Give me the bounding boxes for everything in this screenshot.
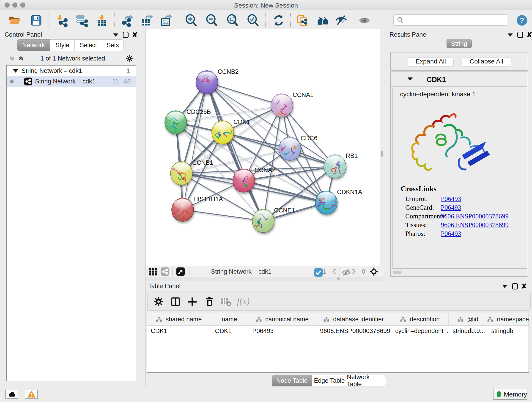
toolbar-separator: [290, 13, 291, 27]
delete-table-button[interactable]: [220, 296, 231, 307]
toolbar-separator: [340, 267, 340, 276]
panel-float-icon[interactable]: [123, 32, 128, 38]
add-column-button[interactable]: [187, 296, 198, 307]
svg-text:CDKN1A: CDKN1A: [337, 189, 362, 196]
svg-text:RB1: RB1: [346, 153, 358, 159]
export-image-button[interactable]: [160, 14, 173, 27]
horizontal-splitter[interactable]: [146, 277, 384, 281]
panel-float-icon[interactable]: [512, 283, 518, 289]
network-status-dot: [10, 80, 14, 83]
control-panel: Control Panel ✘ Network Style Select Set…: [0, 29, 146, 387]
collapse-all-button[interactable]: Collapse All: [462, 57, 511, 67]
zoom-out-button[interactable]: [205, 14, 218, 27]
export-network-button[interactable]: [121, 14, 134, 27]
tab-network[interactable]: Network: [17, 39, 50, 51]
open-in-window-button[interactable]: [176, 267, 185, 276]
cloud-icon: [8, 390, 16, 398]
birdseye-view-button[interactable]: [148, 267, 158, 276]
svg-text:HIST1H1A: HIST1H1A: [193, 196, 223, 203]
clone-network-button[interactable]: [297, 14, 310, 27]
table-settings-button[interactable]: [153, 296, 164, 307]
tab-network-table[interactable]: Network Table: [347, 375, 386, 386]
panel-float-icon[interactable]: [517, 32, 523, 38]
cloud-status-button[interactable]: [5, 390, 18, 399]
crosslink-value[interactable]: 9606.ENSP00000378699: [441, 212, 509, 220]
function-builder-button[interactable]: f(x): [237, 296, 250, 306]
panel-close-icon[interactable]: ✘: [521, 283, 527, 289]
import-network-from-file-button[interactable]: [56, 14, 68, 27]
tree-expander-icon[interactable]: [13, 69, 18, 73]
selected-checkbox[interactable]: [314, 268, 321, 275]
network-canvas[interactable]: CCNB2CCNA1CDC25BCDK1CDC6RB1CCNB1CCNA2CDK…: [146, 29, 380, 266]
network-overview-button[interactable]: [160, 267, 170, 276]
column-header-namespace[interactable]: namespace: [487, 313, 529, 325]
network-row[interactable]: String Network – cdk1 11 48: [7, 76, 136, 87]
gear-icon[interactable]: [126, 55, 133, 62]
trash-icon: [204, 296, 215, 307]
warning-status-button[interactable]: [25, 390, 38, 399]
column-header-shared-name[interactable]: shared name: [147, 313, 211, 325]
tab-edge-table[interactable]: Edge Table: [312, 375, 347, 386]
cell-database-identifier: 9606.ENSP00000378699: [316, 327, 391, 335]
search-input[interactable]: [393, 14, 507, 26]
crosslink-value[interactable]: 9606.ENSP00000378699: [441, 221, 509, 229]
splitter-handle[interactable]: [381, 151, 383, 157]
panel-close-icon[interactable]: ✘: [526, 32, 532, 38]
zoom-out-icon: [205, 14, 218, 27]
tab-sets[interactable]: Sets: [102, 39, 123, 51]
cell-description: cyclin–dependent ...: [391, 327, 449, 335]
refresh-view-button[interactable]: [272, 14, 285, 27]
column-header-database-identifier[interactable]: database identifier: [316, 313, 391, 325]
vertical-splitter[interactable]: [380, 29, 384, 266]
eye-slash-icon: [335, 14, 348, 27]
crosslink-value[interactable]: P06493: [441, 195, 461, 203]
crosslink-value[interactable]: P06493: [441, 204, 461, 211]
zoom-selected-button[interactable]: [247, 14, 259, 27]
tab-style[interactable]: Style: [50, 39, 75, 51]
network-collection-row[interactable]: String Network – cdk1 1: [7, 65, 136, 76]
show-columns-button[interactable]: [170, 296, 181, 307]
crosslink-value[interactable]: P06493: [441, 230, 461, 237]
selection-status: 1 of 1 Network selected: [0, 55, 146, 62]
result-entry-header[interactable]: CDK1: [391, 72, 527, 87]
import-table-from-file-button[interactable]: [95, 14, 108, 27]
window-title: Session: New Session: [0, 2, 532, 9]
open-session-button[interactable]: [8, 14, 21, 27]
show-all-button[interactable]: [358, 14, 371, 27]
tab-select[interactable]: Select: [75, 39, 102, 51]
memory-button[interactable]: Memory: [493, 389, 527, 400]
import-table-icon: [95, 14, 108, 27]
help-button[interactable]: ?: [517, 15, 527, 26]
warning-icon: [27, 390, 36, 398]
expand-all-button[interactable]: Expand All: [408, 57, 454, 67]
node-table: shared name name canonical name database…: [147, 313, 529, 373]
network-graph[interactable]: CCNB2CCNA1CDC25BCDK1CDC6RB1CCNB1CCNA2CDK…: [146, 29, 380, 266]
tab-node-table[interactable]: Node Table: [272, 375, 312, 386]
export-table-button[interactable]: [141, 14, 153, 27]
column-header-canonical-name[interactable]: canonical name: [248, 313, 316, 325]
protein-structure-image: [402, 110, 503, 181]
column-header-name[interactable]: name: [211, 313, 248, 325]
cell-namespace: stringdb: [487, 327, 529, 335]
delete-column-button[interactable]: [204, 296, 215, 307]
panel-menu-icon[interactable]: [502, 285, 507, 288]
tab-string[interactable]: String: [447, 39, 472, 48]
collapse-entry-icon[interactable]: [408, 77, 413, 81]
column-header-description[interactable]: description: [391, 313, 449, 325]
table-row[interactable]: CDK1 CDK1 P06493 9606.ENSP00000378699 cy…: [147, 326, 529, 336]
panel-menu-icon[interactable]: [113, 33, 118, 37]
hierarchy-icon: [457, 316, 464, 323]
save-session-button[interactable]: [30, 14, 43, 27]
hide-selected-button[interactable]: [335, 14, 348, 27]
column-header-id[interactable]: @id: [449, 313, 487, 325]
zoom-fit-button[interactable]: [226, 14, 239, 27]
houses-icon: [317, 14, 329, 27]
zoom-in-button[interactable]: [185, 14, 197, 27]
import-network-from-database-button[interactable]: [75, 14, 88, 27]
results-scrollbar-thumb[interactable]: [393, 271, 402, 274]
fit-selected-button[interactable]: [369, 267, 379, 276]
splitter-handle[interactable]: [337, 277, 340, 280]
panel-close-icon[interactable]: ✘: [132, 32, 138, 38]
panel-menu-icon[interactable]: [508, 33, 513, 37]
first-neighbors-button[interactable]: [317, 14, 329, 27]
